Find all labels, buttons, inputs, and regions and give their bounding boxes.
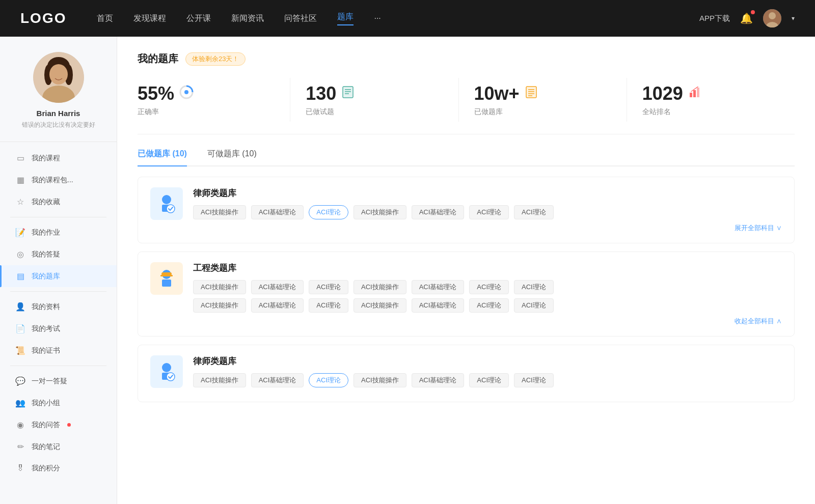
svg-rect-30	[162, 279, 171, 287]
tag-2b-0[interactable]: ACI技能操作	[193, 298, 246, 313]
profile-section: Brian Harris 错误的决定比没有决定要好	[0, 52, 117, 142]
stat-rank: 1029 全站排名	[627, 78, 795, 122]
stat-accuracy-label: 正确率	[138, 107, 159, 117]
tag-1-1[interactable]: ACI基础理论	[251, 205, 304, 219]
stats-row: 55% 正确率 130	[138, 78, 795, 134]
menu-item-course-package[interactable]: ▦ 我的课程包...	[0, 169, 117, 191]
tag-2b-2[interactable]: ACI理论	[309, 298, 348, 313]
page-title: 我的题库	[138, 52, 178, 66]
menu-item-exam[interactable]: 📄 我的考试	[0, 318, 117, 340]
qbank-card-header-1: 律师类题库 ACI技能操作 ACI基础理论 ACI理论 ACI技能操作 ACI基…	[150, 187, 782, 233]
tag-1-6[interactable]: ACI理论	[514, 205, 554, 219]
stat-rank-row: 1029	[642, 83, 701, 104]
nav-open-course[interactable]: 公开课	[186, 13, 211, 24]
tag-2b-1[interactable]: ACI基础理论	[251, 298, 304, 313]
app-download-button[interactable]: APP下载	[699, 14, 730, 23]
collapse-link-2[interactable]: 收起全部科目 ∧	[193, 317, 782, 326]
svg-point-26	[162, 195, 171, 204]
qbank-card-header-2: 工程类题库 ACI技能操作 ACI基础理论 ACI理论 ACI技能操作 ACI基…	[150, 262, 782, 326]
menu-item-one-on-one[interactable]: 💬 一对一答疑	[0, 370, 117, 392]
menu-item-courses[interactable]: ▭ 我的课程	[0, 147, 117, 169]
menu-item-qa[interactable]: ◎ 我的答疑	[0, 243, 117, 265]
tag-2a-6[interactable]: ACI理论	[514, 280, 554, 294]
menu-item-profile[interactable]: 👤 我的资料	[0, 296, 117, 318]
menu-item-certificate[interactable]: 📜 我的证书	[0, 340, 117, 361]
tag-2a-5[interactable]: ACI理论	[469, 280, 509, 294]
stat-done-questions-value: 130	[306, 83, 336, 104]
notification-bell[interactable]: 🔔	[740, 12, 753, 24]
tag-1-2[interactable]: ACI理论	[309, 205, 348, 219]
stat-done-questions-row: 130	[306, 83, 355, 104]
tag-2b-5[interactable]: ACI理论	[469, 298, 509, 313]
main-content: 我的题库 体验剩余23天！ 55% 正确率	[117, 37, 815, 504]
svg-rect-23	[690, 93, 692, 97]
nav-qbank[interactable]: 题库	[337, 12, 354, 25]
qbank-title-1: 律师类题库	[193, 187, 782, 199]
menu-item-group[interactable]: 👥 我的小组	[0, 392, 117, 414]
qbank-card-lawyer-2: 律师类题库 ACI技能操作 ACI基础理论 ACI理论 ACI技能操作 ACI基…	[138, 345, 795, 402]
tag-1-4[interactable]: ACI基础理论	[412, 205, 465, 219]
pie-chart-icon	[179, 85, 194, 99]
menu-label-certificate: 我的证书	[32, 346, 60, 355]
tag-3-4[interactable]: ACI基础理论	[412, 373, 465, 387]
menu-label-favorites: 我的收藏	[32, 198, 60, 207]
tab-done-banks[interactable]: 已做题库 (10)	[138, 149, 187, 165]
stat-rank-value: 1029	[642, 83, 683, 104]
qbank-card-lawyer-1: 律师类题库 ACI技能操作 ACI基础理论 ACI理论 ACI技能操作 ACI基…	[138, 177, 795, 243]
nav-more[interactable]: ···	[374, 14, 381, 23]
tags-row-2b: ACI技能操作 ACI基础理论 ACI理论 ACI技能操作 ACI基础理论 AC…	[193, 298, 782, 313]
notification-badge	[751, 10, 755, 14]
tag-1-0[interactable]: ACI技能操作	[193, 205, 246, 219]
menu-label-group: 我的小组	[32, 399, 60, 408]
menu-item-favorites[interactable]: ☆ 我的收藏	[0, 191, 117, 213]
navbar-right: APP下载 🔔 ▾	[699, 9, 795, 27]
qbank-icon-box-lawyer-2	[150, 355, 183, 388]
stat-done-banks-label: 已做题库	[474, 107, 503, 117]
tab-available-banks[interactable]: 可做题库 (10)	[207, 149, 257, 165]
tag-3-6[interactable]: ACI理论	[514, 373, 554, 387]
sidebar-menu: ▭ 我的课程 ▦ 我的课程包... ☆ 我的收藏 📝 我的作业 ◎ 我的答疑 ▤	[0, 147, 117, 479]
nav-news[interactable]: 新闻资讯	[231, 13, 264, 24]
courses-icon: ▭	[15, 153, 25, 163]
tag-3-5[interactable]: ACI理论	[469, 373, 509, 387]
notes-icon: ✏	[15, 442, 25, 452]
user-avatar-nav[interactable]	[763, 9, 781, 27]
menu-item-homework[interactable]: 📝 我的作业	[0, 221, 117, 243]
user-menu-chevron[interactable]: ▾	[792, 15, 795, 22]
favorites-icon: ☆	[15, 197, 25, 207]
logo[interactable]: LOGO	[20, 10, 66, 26]
tag-2a-1[interactable]: ACI基础理论	[251, 280, 304, 294]
points-icon: 🎖	[15, 464, 25, 473]
menu-item-points[interactable]: 🎖 我的积分	[0, 458, 117, 479]
tag-3-2[interactable]: ACI理论	[309, 373, 348, 387]
menu-item-notes[interactable]: ✏ 我的笔记	[0, 436, 117, 458]
tag-3-0[interactable]: ACI技能操作	[193, 373, 246, 387]
tag-3-3[interactable]: ACI技能操作	[354, 373, 406, 387]
questions-red-dot	[67, 423, 71, 427]
tag-3-1[interactable]: ACI基础理论	[251, 373, 304, 387]
expand-link-1[interactable]: 展开全部科目 ∨	[193, 223, 782, 233]
tag-2a-4[interactable]: ACI基础理论	[412, 280, 465, 294]
nav-discover[interactable]: 发现课程	[133, 13, 166, 24]
nav-qa[interactable]: 问答社区	[284, 13, 317, 24]
svg-point-9	[49, 64, 68, 85]
tag-2a-3[interactable]: ACI技能操作	[354, 280, 406, 294]
done-questions-icon	[341, 86, 355, 102]
tag-2b-4[interactable]: ACI基础理论	[412, 298, 465, 313]
navbar: LOGO 首页 发现课程 公开课 新闻资讯 问答社区 题库 ··· APP下载 …	[0, 0, 815, 37]
tag-2b-6[interactable]: ACI理论	[514, 298, 554, 313]
svg-rect-32	[160, 275, 173, 276]
tag-1-5[interactable]: ACI理论	[469, 205, 509, 219]
svg-rect-24	[693, 90, 696, 97]
nav-home[interactable]: 首页	[97, 13, 113, 24]
tag-1-3[interactable]: ACI技能操作	[354, 205, 406, 219]
tag-2a-2[interactable]: ACI理论	[309, 280, 348, 294]
menu-item-qbank[interactable]: ▤ 我的题库	[0, 265, 117, 287]
menu-label-profile: 我的资料	[32, 302, 60, 312]
bar-chart-icon	[688, 86, 701, 99]
menu-divider-2	[10, 291, 106, 292]
tag-2a-0[interactable]: ACI技能操作	[193, 280, 246, 294]
profile-avatar[interactable]	[33, 52, 84, 103]
tag-2b-3[interactable]: ACI技能操作	[354, 298, 406, 313]
menu-item-questions[interactable]: ◉ 我的问答	[0, 414, 117, 436]
